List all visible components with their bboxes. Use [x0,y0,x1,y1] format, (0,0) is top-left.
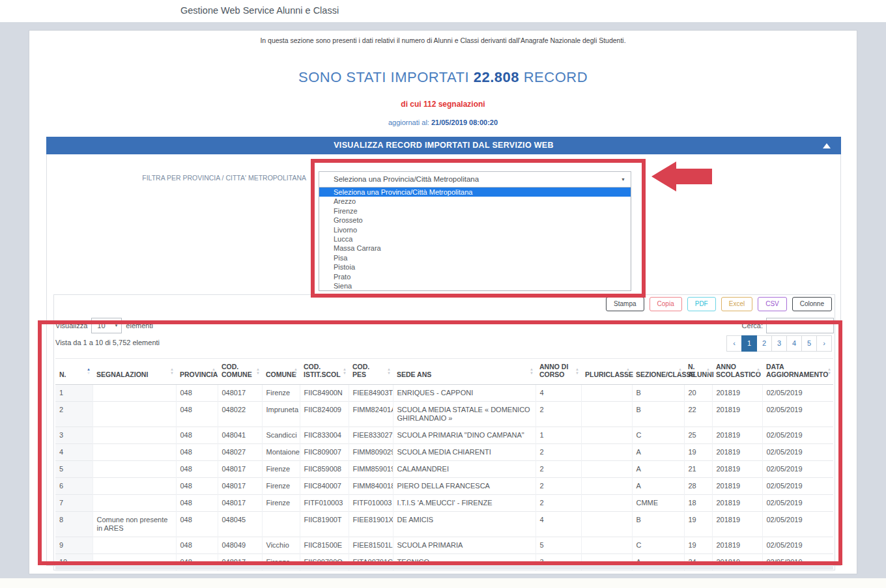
export-button-excel[interactable]: Excel [721,297,752,311]
summary-prefix: SONO STATI IMPORTATI [298,69,469,85]
panel-title: VISUALIZZA RECORD IMPORTATI DAL SERVIZIO… [334,141,554,150]
segnalazioni-text: di cui 112 segnalazioni [29,100,857,109]
province-filter-label: FILTRA PER PROVINCIA / CITTA' METROPOLIT… [47,174,306,182]
updated-line: aggiornati al: 21/05/2019 08:00:20 [29,119,857,126]
export-button-stampa[interactable]: Stampa [606,297,644,311]
page-title: Gestione Web Service Alunni e Classi [180,5,339,16]
intro-text: In questa sezione sono presenti i dati r… [29,36,857,44]
updated-timestamp: 21/05/2019 08:00:20 [431,119,498,126]
record-count: 22.808 [474,69,519,85]
annotation-arrow-icon [651,161,676,191]
chevron-up-icon[interactable] [823,143,831,148]
bottom-strip [0,578,886,588]
annotation-arrow-bar [676,169,712,184]
updated-label: aggiornati al: [388,119,429,126]
export-toolbar: StampaCopiaPDFExcelCSVColonne [606,297,832,311]
export-button-copia[interactable]: Copia [650,297,682,311]
summary-suffix: RECORD [524,69,588,85]
top-bar: Gestione Web Service Alunni e Classi [0,0,886,22]
import-summary-heading: SONO STATI IMPORTATI 22.808 RECORD [29,69,857,86]
export-button-pdf[interactable]: PDF [687,297,716,311]
annotation-box-dropdown [311,159,646,298]
export-button-csv[interactable]: CSV [758,297,787,311]
annotation-box-table [38,320,842,565]
export-button-colonne[interactable]: Colonne [792,297,832,311]
panel-header[interactable]: VISUALIZZA RECORD IMPORTATI DAL SERVIZIO… [46,137,841,154]
